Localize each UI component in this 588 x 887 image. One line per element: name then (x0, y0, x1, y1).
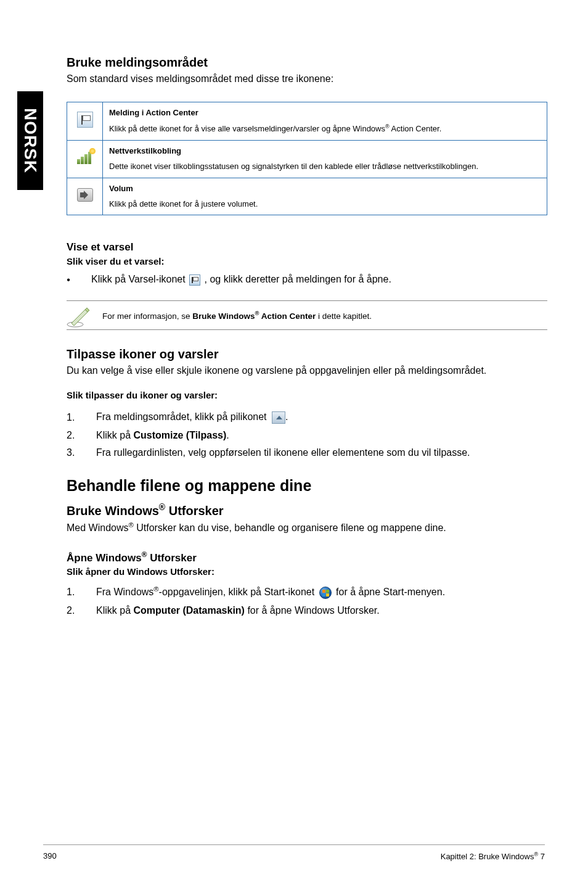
steps-tilpasse: Fra meldingsområdet, klikk på pilikonet … (67, 411, 547, 458)
ut-step1-c: for å åpne Start-menyen. (336, 587, 445, 598)
page-content: Bruke meldingsområdet Som standard vises… (67, 56, 547, 622)
subheading-slik-tilpasser: Slik tilpasser du ikoner og varsler: (67, 390, 547, 400)
step1-text: Fra meldingsområdet, klikk på pilikonet (96, 411, 269, 422)
cell-desc-action-center: Melding i Action Center Klikk på dette i… (103, 102, 547, 141)
heading-aapne-utforsker: Åpne Windows® Utforsker (67, 550, 547, 564)
heading-bruke-utforsker: Bruke Windows® Utforsker (67, 502, 547, 518)
note-bold-b: Action Center (259, 311, 316, 321)
row-body-volume: Klikk på dette ikonet for å justere volu… (109, 199, 258, 208)
ut-step1-b: -oppgavelinjen, klikk på Start-ikonet (159, 587, 317, 598)
row-title-volume: Volum (109, 183, 541, 195)
cell-icon-network (67, 141, 103, 178)
step-utforsker-2: Klikk på Computer (Datamaskin) for å åpn… (67, 605, 547, 616)
step2-b: . (226, 430, 229, 440)
cell-desc-volume: Volum Klikk på dette ikonet for å juster… (103, 178, 547, 215)
row-body-action-center-b: Action Center. (390, 124, 442, 133)
aapne-b: Utforsker (147, 551, 196, 563)
page-footer: 390 Kapittel 2: Bruke Windows® 7 (43, 844, 545, 861)
ut-step1-a: Fra Windows (96, 587, 153, 598)
windows-start-orb-icon (319, 587, 332, 599)
step2-a: Klikk på (96, 430, 133, 440)
step-utforsker-1: Fra Windows®-oppgavelinjen, klikk på Sta… (67, 585, 547, 599)
flag-icon-inline (189, 274, 200, 286)
heading-bruke-b: Utforsker (165, 503, 223, 517)
row-body-network: Dette ikonet viser tilkoblingsstatusen o… (109, 162, 478, 171)
row-title-action-center: Melding i Action Center (109, 107, 541, 119)
step-tilpasse-3: Fra rullegardinlisten, velg oppførselen … (67, 447, 547, 458)
reg-mark-3: ® (128, 521, 133, 529)
pen-icon (67, 306, 91, 328)
heading-behandle-filene: Behandle filene og mappene dine (67, 477, 547, 495)
bullet-text: Klikk på Varsel-ikonet , og klikk derett… (91, 274, 391, 286)
heading-bruke-a: Bruke Windows (67, 503, 159, 517)
reg-mark-5: ® (153, 585, 158, 593)
ut-step2-bold: Computer (Datamaskin) (133, 605, 244, 616)
volume-icon (77, 188, 93, 202)
page-number: 390 (43, 851, 57, 861)
bullet-dot: • (67, 274, 70, 286)
aapne-a: Åpne Windows (67, 551, 142, 563)
network-icon (77, 151, 93, 164)
intro-utforsker-b: Utforsker kan du vise, behandle og organ… (134, 523, 446, 534)
reg-mark: ® (385, 123, 390, 130)
row-body-action-center-a: Klikk på dette ikonet for å vise alle va… (109, 124, 385, 133)
step2-bold: Customize (Tilpass) (133, 430, 226, 440)
cell-icon-volume (67, 178, 103, 215)
notification-icons-table: Melding i Action Center Klikk på dette i… (67, 102, 547, 215)
intro-meldingsomradet: Som standard vises meldingsområdet med d… (67, 73, 547, 85)
intro-tilpasse: Du kan velge å vise eller skjule ikonene… (67, 365, 547, 376)
row-title-network: Nettverkstilkobling (109, 146, 541, 157)
intro-utforsker: Med Windows® Utforsker kan du vise, beha… (67, 521, 547, 534)
cell-icon-action-center (67, 102, 103, 141)
ut-step2-a: Klikk på (96, 605, 133, 616)
heading-tilpasse: Tilpasse ikoner og varsler (67, 347, 547, 361)
side-tab: NORSK (17, 91, 43, 190)
step-tilpasse-2: Klikk på Customize (Tilpass). (67, 430, 547, 441)
step1-end: . (285, 411, 288, 422)
arrow-up-icon (272, 411, 285, 424)
note-text-b: i dette kapitlet. (316, 311, 372, 321)
step-tilpasse-1: Fra meldingsområdet, klikk på pilikonet … (67, 411, 547, 424)
side-tab-label: NORSK (20, 108, 40, 173)
subheading-slik-aapner: Slik åpner du Windows Utforsker: (67, 566, 547, 577)
heading-vise-varsel: Vise et varsel (67, 241, 547, 254)
footer-right: Kapittel 2: Bruke Windows® 7 (441, 851, 545, 861)
subheading-slik-viser: Slik viser du et varsel: (67, 256, 547, 266)
footer-right-a: Kapittel 2: Bruke Windows (441, 852, 534, 861)
reg-mark-2: ® (159, 502, 165, 512)
cell-desc-network: Nettverkstilkobling Dette ikonet viser t… (103, 141, 547, 178)
bullet-text-a: Klikk på Varsel-ikonet (91, 274, 188, 284)
note-text-a: For mer informasjon, se (102, 311, 192, 321)
flag-icon (77, 112, 93, 128)
bullet-varsel: • Klikk på Varsel-ikonet , og klikk dere… (67, 274, 547, 286)
ut-step2-b: for å åpne Windows Utforsker. (245, 605, 380, 616)
heading-meldingsomradet: Bruke meldingsområdet (67, 56, 547, 70)
bullet-text-b: , og klikk deretter på meldingen for å å… (205, 274, 391, 284)
footer-right-b: 7 (538, 852, 545, 861)
steps-utforsker: Fra Windows®-oppgavelinjen, klikk på Sta… (67, 585, 547, 616)
step3-text: Fra rullegardinlisten, velg oppførselen … (96, 447, 470, 458)
intro-utforsker-a: Med Windows (67, 523, 128, 534)
note-box: For mer informasjon, se Bruke Windows® A… (67, 300, 547, 330)
note-bold-a: Bruke Windows (192, 311, 255, 321)
